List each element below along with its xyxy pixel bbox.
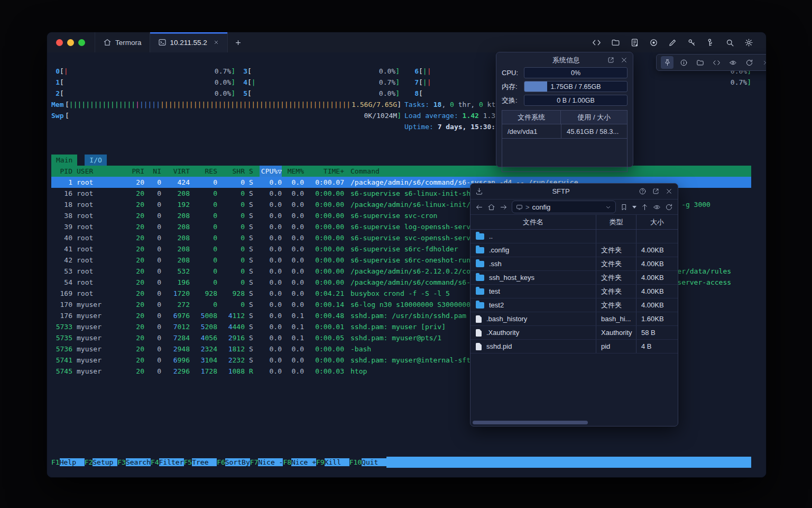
filesystem-table-header: 文件系统 使用 / 大小 (502, 111, 627, 124)
process-state: S (245, 355, 260, 366)
file-row[interactable]: .config 文件夹 4.00KB (470, 243, 678, 257)
open-in-window-icon[interactable] (652, 187, 660, 195)
settings-gear-icon[interactable] (744, 38, 753, 47)
process-virt: 208 (161, 221, 190, 232)
col-pid[interactable]: PID (51, 166, 72, 177)
new-tab-button[interactable] (228, 32, 248, 52)
close-panel-icon[interactable] (620, 56, 628, 64)
process-pid: 5745 (51, 366, 72, 377)
file-row[interactable]: .. (470, 230, 678, 243)
file-row[interactable]: test2 文件夹 4.00KB (470, 298, 678, 312)
col-shr[interactable]: SHR (217, 166, 245, 177)
help-icon[interactable] (639, 187, 647, 195)
refresh-button[interactable] (743, 56, 755, 69)
process-time: 0:00.01 (304, 321, 344, 332)
col-mem[interactable]: MEM% (282, 166, 304, 177)
forward-icon[interactable] (500, 203, 508, 211)
process-pid: 40 (51, 232, 72, 243)
tab-session-10-211-55-2[interactable]: 10.211.55.2 (150, 32, 228, 52)
col-time[interactable]: TIME+ (304, 166, 344, 177)
record-icon[interactable] (649, 38, 658, 47)
col-virt[interactable]: VIRT (161, 166, 190, 177)
process-user: root (77, 210, 127, 221)
back-icon[interactable] (475, 203, 483, 211)
col-pri[interactable]: PRI (127, 166, 144, 177)
system-info-panel: 系统信息 CPU: 0% 内存: 1.75GB / 7.65GB 交换: 0 B… (496, 52, 633, 167)
sftp-panel: SFTP > config (470, 183, 678, 427)
process-pri: 20 (127, 310, 144, 321)
col-ni[interactable]: NI (144, 166, 161, 177)
function-key[interactable]: F1Help (51, 457, 85, 468)
open-in-window-icon[interactable] (607, 56, 615, 64)
bookmark-dropdown-caret[interactable] (632, 206, 636, 208)
process-ni: 0 (144, 288, 161, 299)
process-virt: 196 (161, 277, 190, 288)
up-directory-icon[interactable] (641, 203, 649, 211)
process-time: 0:00.00 (304, 243, 344, 255)
col-filename[interactable]: 文件名 (470, 215, 596, 229)
keychain-icon[interactable] (706, 38, 715, 47)
function-key[interactable]: F7Nice - (250, 457, 283, 468)
file-row[interactable]: .ssh 文件夹 4.00KB (470, 257, 678, 271)
minimize-window-button[interactable] (67, 39, 74, 46)
folder-button[interactable] (694, 56, 706, 69)
file-row[interactable]: sshd.pid pid 4 B (470, 340, 678, 353)
bookmark-icon[interactable] (620, 203, 628, 211)
tab-close-icon[interactable] (213, 39, 219, 46)
process-res: 0 (190, 277, 217, 288)
col-state[interactable]: S (245, 166, 260, 177)
col-filetype[interactable]: 类型 (596, 215, 636, 229)
htop-tab-io[interactable]: I/O (85, 155, 106, 166)
show-hidden-eye-icon[interactable] (653, 203, 661, 211)
home-icon[interactable] (487, 203, 495, 211)
function-key[interactable]: F3Search (117, 457, 151, 468)
tab-termora-home[interactable]: Termora (95, 32, 150, 52)
file-row[interactable]: .bash_history bash_hi... 1.60KB (470, 312, 678, 326)
process-cpu: 0.0 (260, 332, 282, 343)
file-row[interactable]: ssh_host_keys 文件夹 4.00KB (470, 271, 678, 285)
process-user: root (77, 255, 127, 266)
search-icon[interactable] (725, 38, 734, 47)
process-ni: 0 (144, 321, 161, 332)
log-document-icon[interactable] (630, 38, 639, 47)
path-breadcrumb[interactable]: > config (512, 201, 616, 213)
function-key[interactable]: F5Tree (184, 457, 217, 468)
file-row[interactable]: .Xauthority Xauthority 58 B (470, 326, 678, 340)
folder-icon[interactable] (611, 38, 620, 47)
pin-button[interactable] (661, 56, 673, 69)
process-pid: 38 (51, 210, 72, 221)
process-ni: 0 (144, 343, 161, 355)
refresh-icon[interactable] (665, 203, 673, 211)
system-info-header: 系统信息 (496, 52, 633, 68)
code-button[interactable] (710, 56, 723, 69)
function-key[interactable]: F8Nice + (283, 457, 316, 468)
key-icon[interactable] (687, 38, 696, 47)
edit-pencil-icon[interactable] (668, 38, 677, 47)
col-cpu-sort[interactable]: CPU%▽ (260, 166, 282, 177)
close-toolbar-button[interactable] (759, 56, 767, 69)
col-user[interactable]: USER (77, 166, 127, 177)
info-button[interactable] (677, 56, 690, 69)
close-panel-icon[interactable] (665, 187, 673, 195)
htop-tab-main[interactable]: Main (51, 155, 77, 166)
code-icon[interactable] (592, 38, 601, 47)
scrollbar-thumb[interactable] (473, 421, 588, 424)
file-row[interactable]: test 文件夹 4.00KB (470, 285, 678, 298)
col-filesize[interactable]: 大小 (636, 215, 678, 229)
function-key[interactable]: F6SortBy (217, 457, 250, 468)
process-state: S (245, 255, 260, 266)
function-key[interactable]: F2Setup (85, 457, 118, 468)
function-key[interactable]: F9Kill (316, 457, 349, 468)
process-mem: 0.0 (282, 232, 304, 243)
function-key[interactable]: F4Filter (151, 457, 184, 468)
nvidia-button[interactable] (726, 56, 739, 69)
chevron-down-icon[interactable] (605, 204, 612, 211)
function-key[interactable]: F10Quit (349, 457, 386, 468)
transfers-download-icon[interactable] (475, 187, 483, 195)
close-window-button[interactable] (56, 39, 63, 46)
filesystem-row[interactable]: /dev/vda1 45.61GB / 58.3... (502, 124, 627, 139)
swap-usage-value: 0 B / 1.00GB (557, 97, 595, 104)
process-state: S (245, 266, 260, 277)
zoom-window-button[interactable] (78, 39, 85, 46)
col-res[interactable]: RES (190, 166, 217, 177)
